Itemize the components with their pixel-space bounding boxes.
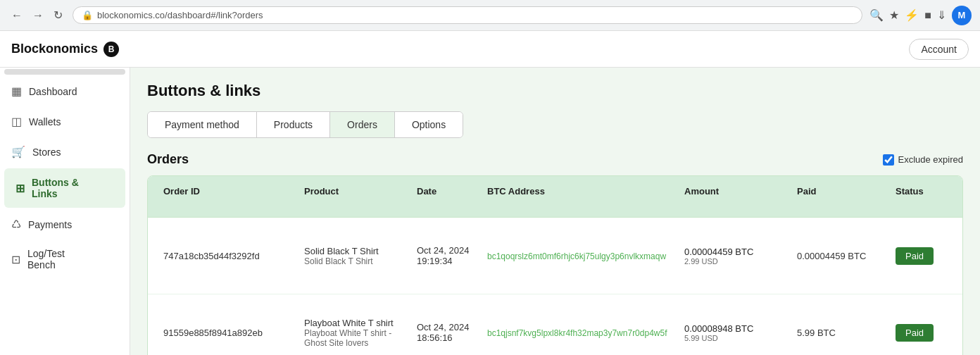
sidebar-item-payments[interactable]: ♺ Payments bbox=[0, 209, 130, 239]
back-button[interactable]: ← bbox=[8, 8, 25, 23]
browser-nav: ← → ↻ bbox=[8, 7, 65, 23]
log-test-icon: ⊡ bbox=[11, 253, 20, 266]
col-date: Date bbox=[413, 183, 483, 210]
paid-1: 0.00004459 BTC bbox=[793, 248, 891, 264]
wallets-icon: ◫ bbox=[11, 115, 22, 128]
time-text-2: 18:56:16 bbox=[417, 332, 479, 343]
btc-link-2[interactable]: bc1qjsnf7kvg5lpxl8kr4fh32map3y7wn7r0dp4w… bbox=[487, 328, 667, 338]
date-1: Oct 24, 2024 19:19:34 bbox=[413, 242, 483, 269]
col-customer-info: Customer Info bbox=[962, 183, 963, 210]
product-1: Solid Black T Shirt Solid Black T Shirt bbox=[300, 243, 413, 269]
amount-usd-1: 2.99 USD bbox=[684, 257, 789, 266]
amount-2: 0.00008948 BTC 5.99 USD bbox=[680, 320, 793, 345]
product-name-1: Solid Black T Shirt bbox=[304, 246, 408, 256]
logo-text: Blockonomics bbox=[11, 42, 98, 56]
main-layout: ▦ Dashboard ◫ Wallets 🛒 Stores ⊞ Buttons… bbox=[0, 68, 980, 355]
forward-button[interactable]: → bbox=[30, 8, 46, 23]
sidebar-item-label: Payments bbox=[28, 219, 72, 230]
extension-icon[interactable]: ⚡ bbox=[905, 8, 919, 22]
product-sub-1: Solid Black T Shirt bbox=[304, 256, 408, 266]
tab-products[interactable]: Products bbox=[257, 112, 330, 137]
date-2: Oct 24, 2024 18:56:16 bbox=[413, 319, 483, 346]
main-content: Buttons & links Payment method Products … bbox=[130, 68, 980, 355]
paid-2: 5.99 BTC bbox=[793, 325, 891, 341]
orders-title: Orders bbox=[147, 152, 189, 167]
sidebar-item-buttons-links[interactable]: ⊞ Buttons &Links bbox=[4, 168, 125, 208]
bookmark-icon[interactable]: ★ bbox=[889, 8, 899, 22]
sidebar-item-label: Buttons &Links bbox=[32, 177, 79, 199]
payments-icon: ♺ bbox=[11, 218, 21, 231]
col-paid: Paid bbox=[793, 183, 891, 210]
btc-address-1[interactable]: bc1qoqrslz6mt0mf6rhjc6kj75ulgy3p6nvlkxma… bbox=[483, 247, 680, 264]
sidebar-item-label: Wallets bbox=[29, 116, 61, 127]
col-amount: Amount bbox=[680, 183, 793, 210]
search-icon[interactable]: 🔍 bbox=[869, 8, 884, 22]
exclude-expired-checkbox[interactable] bbox=[883, 154, 894, 166]
table-header: Order ID Product Date BTC Address Amount… bbox=[148, 176, 962, 218]
amount-btc-1: 0.00004459 BTC bbox=[684, 247, 789, 257]
col-product: Product bbox=[300, 183, 413, 210]
refresh-button[interactable]: ↻ bbox=[51, 7, 65, 23]
status-1[interactable]: Paid bbox=[891, 244, 962, 268]
customer-info-2: 👤 Tom ✉ test@test.com 📞 000000 📍 St Andr… bbox=[962, 303, 963, 355]
table-row: 91559e885f8941a892eb Playboat White T sh… bbox=[148, 294, 962, 355]
url-text: blockonomics.co/dashboard#/link?orders bbox=[97, 10, 263, 20]
order-id-1: 747a18cb35d44f3292fd bbox=[159, 248, 300, 264]
orders-table: Order ID Product Date BTC Address Amount… bbox=[147, 175, 963, 355]
account-button[interactable]: Account bbox=[909, 39, 969, 60]
customer-info-1: 👤 Tom ✉ test@test.com 📞 0000000 📍 St And… bbox=[962, 226, 963, 285]
extensions-icon[interactable]: ■ bbox=[924, 9, 931, 22]
date-text-2: Oct 24, 2024 bbox=[417, 322, 479, 332]
btc-address-2[interactable]: bc1qjsnf7kvg5lpxl8kr4fh32map3y7wn7r0dp4w… bbox=[483, 324, 680, 341]
table-row: 747a18cb35d44f3292fd Solid Black T Shirt… bbox=[148, 218, 962, 294]
stores-icon: 🛒 bbox=[11, 145, 25, 158]
sidebar-item-dashboard[interactable]: ▦ Dashboard bbox=[0, 76, 130, 106]
browser-actions: 🔍 ★ ⚡ ■ ⇓ M bbox=[869, 6, 972, 25]
amount-1: 0.00004459 BTC 2.99 USD bbox=[680, 244, 793, 268]
page-title: Buttons & links bbox=[147, 82, 963, 100]
security-icon: 🔒 bbox=[82, 10, 93, 20]
amount-usd-2: 5.99 USD bbox=[684, 334, 789, 342]
sidebar-item-stores[interactable]: 🛒 Stores bbox=[0, 137, 130, 167]
sidebar-item-wallets[interactable]: ◫ Wallets bbox=[0, 106, 130, 137]
app-header: Blockonomics B Account bbox=[0, 31, 980, 68]
dashboard-icon: ▦ bbox=[11, 85, 22, 98]
sidebar-item-label: Stores bbox=[32, 147, 61, 158]
download-icon[interactable]: ⇓ bbox=[937, 8, 946, 22]
exclude-expired-control[interactable]: Exclude expired bbox=[883, 154, 964, 166]
amount-btc-2: 0.00008948 BTC bbox=[684, 323, 789, 334]
logo-b-icon: B bbox=[103, 42, 119, 57]
logo: Blockonomics B bbox=[11, 42, 119, 57]
btc-link-1[interactable]: bc1qoqrslz6mt0mf6rhjc6kj75ulgy3p6nvlkxma… bbox=[487, 251, 666, 261]
status-paid-button-1[interactable]: Paid bbox=[896, 247, 934, 265]
product-sub-2: Playboat White T shirt - Ghost Site love… bbox=[304, 328, 408, 348]
orders-section-header: Orders Exclude expired bbox=[147, 152, 963, 167]
col-btc-address: BTC Address bbox=[483, 183, 680, 210]
scroll-indicator bbox=[4, 69, 125, 75]
time-text-1: 19:19:34 bbox=[417, 256, 479, 266]
address-bar[interactable]: 🔒 blockonomics.co/dashboard#/link?orders bbox=[73, 6, 862, 24]
sidebar-item-label: Dashboard bbox=[29, 86, 77, 97]
status-2[interactable]: Paid bbox=[891, 321, 962, 344]
product-name-2: Playboat White T shirt bbox=[304, 318, 408, 328]
order-id-2: 91559e885f8941a892eb bbox=[159, 325, 300, 341]
profile-avatar[interactable]: M bbox=[952, 6, 972, 25]
buttons-links-icon: ⊞ bbox=[15, 182, 25, 195]
tab-bar: Payment method Products Orders Options bbox=[147, 111, 463, 138]
sidebar-item-log-test[interactable]: ⊡ Log/TestBench bbox=[0, 239, 130, 279]
exclude-expired-label: Exclude expired bbox=[898, 154, 964, 165]
col-status: Status bbox=[891, 183, 962, 210]
sidebar-item-label: Log/TestBench bbox=[27, 248, 65, 270]
sidebar: ▦ Dashboard ◫ Wallets 🛒 Stores ⊞ Buttons… bbox=[0, 68, 130, 355]
browser-bar: ← → ↻ 🔒 blockonomics.co/dashboard#/link?… bbox=[0, 0, 980, 31]
tab-orders[interactable]: Orders bbox=[330, 112, 395, 137]
status-paid-button-2[interactable]: Paid bbox=[896, 324, 934, 342]
tab-options[interactable]: Options bbox=[395, 112, 463, 137]
col-order-id: Order ID bbox=[159, 183, 300, 210]
tab-payment-method[interactable]: Payment method bbox=[148, 112, 257, 137]
date-text-1: Oct 24, 2024 bbox=[417, 245, 479, 256]
product-2: Playboat White T shirt Playboat White T … bbox=[300, 315, 413, 351]
